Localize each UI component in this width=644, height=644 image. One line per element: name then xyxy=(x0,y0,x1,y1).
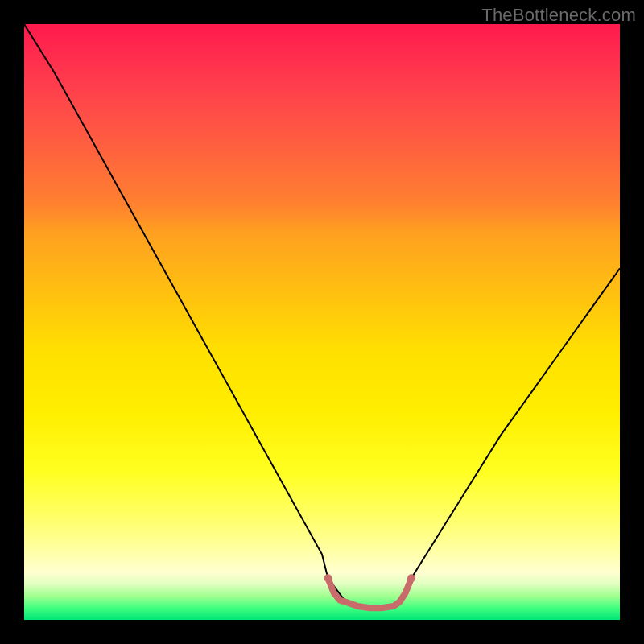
bottleneck-curve xyxy=(24,24,620,608)
curve-svg xyxy=(24,24,620,620)
chart-container: TheBottleneck.com xyxy=(0,0,644,644)
plot-area xyxy=(24,24,620,620)
watermark-text: TheBottleneck.com xyxy=(481,5,636,26)
optimal-zone-end-right xyxy=(407,574,415,582)
optimal-zone-marker xyxy=(328,578,411,608)
optimal-zone-end-left xyxy=(324,574,332,582)
